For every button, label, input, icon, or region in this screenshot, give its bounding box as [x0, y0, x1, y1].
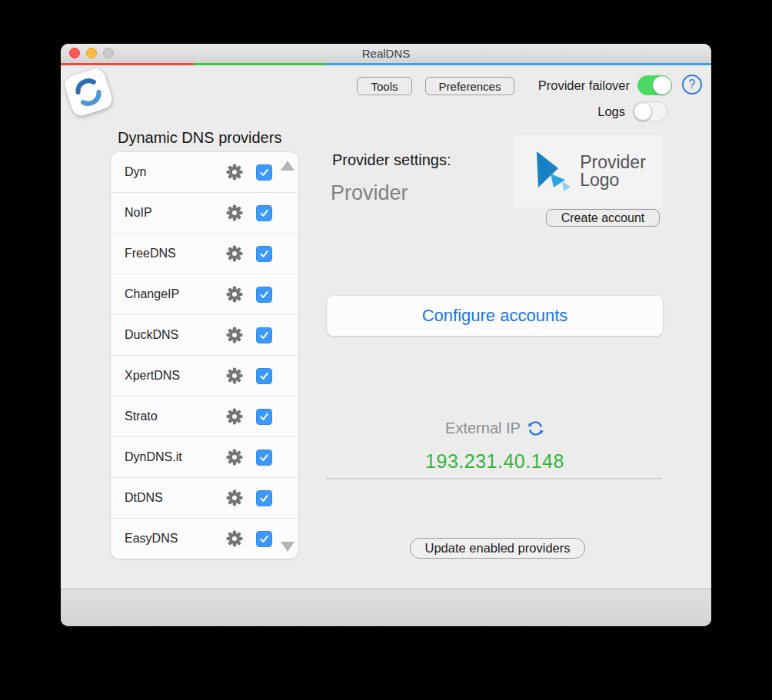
provider-row: DtDNS — [111, 477, 298, 518]
zoom-button[interactable] — [103, 48, 114, 58]
close-button[interactable] — [69, 48, 80, 58]
main-content: Tools Preferences Provider failover ? Lo… — [61, 65, 711, 589]
minimize-button[interactable] — [86, 48, 97, 58]
provider-logo-text-line1: Provider — [580, 154, 646, 171]
gear-icon[interactable] — [226, 449, 243, 466]
traffic-lights — [69, 48, 114, 58]
app-logo — [62, 66, 115, 118]
checkmark-icon — [258, 248, 270, 260]
gear-icon[interactable] — [226, 367, 243, 384]
scroll-up-icon[interactable] — [281, 161, 294, 171]
toggle-knob — [653, 76, 671, 95]
configure-accounts-button[interactable]: Configure accounts — [327, 296, 663, 336]
external-ip-label: External IP — [445, 420, 521, 437]
window-title: RealDNS — [61, 44, 711, 63]
gear-icon[interactable] — [226, 164, 243, 181]
refresh-ip-icon[interactable] — [527, 420, 544, 437]
scroll-down-icon[interactable] — [281, 542, 294, 552]
provider-row: NoIP — [111, 192, 298, 233]
provider-row: Strato — [111, 396, 298, 436]
provider-name: DtDNS — [125, 491, 226, 505]
toggle-knob — [634, 102, 652, 121]
gear-icon[interactable] — [226, 489, 243, 506]
provider-name: XpertDNS — [125, 369, 226, 383]
preferences-button[interactable]: Preferences — [425, 77, 514, 95]
app-window: RealDNS Tools Preferences Provider failo… — [61, 44, 711, 626]
provider-checkbox[interactable] — [256, 368, 272, 384]
checkmark-icon — [258, 330, 270, 341]
gear-icon[interactable] — [226, 204, 243, 221]
sync-swirl-icon — [70, 74, 107, 111]
provider-row: DynDNS.it — [111, 436, 298, 477]
provider-failover-toggle[interactable] — [637, 75, 672, 95]
checkmark-icon — [258, 452, 270, 463]
gear-icon[interactable] — [226, 327, 243, 343]
help-button[interactable]: ? — [682, 75, 702, 95]
provider-list: Dyn — [110, 151, 299, 559]
provider-name: NoIP — [125, 206, 226, 220]
provider-name: ChangeIP — [125, 287, 226, 301]
provider-name: FreeDNS — [125, 247, 226, 260]
provider-name: EasyDNS — [125, 532, 226, 546]
provider-logo-triangles-icon — [531, 151, 574, 192]
provider-settings-heading: Provider settings: — [332, 151, 451, 169]
logs-toggle[interactable] — [633, 101, 667, 121]
checkmark-icon — [258, 207, 270, 219]
title-bar: RealDNS — [61, 44, 711, 63]
provider-name: DuckDNS — [125, 328, 226, 342]
provider-name: Strato — [125, 410, 226, 423]
gear-icon[interactable] — [226, 245, 243, 262]
logs-row: Logs — [597, 101, 667, 121]
provider-checkbox[interactable] — [256, 327, 272, 343]
checkmark-icon — [258, 533, 270, 545]
provider-logo: Provider Logo — [514, 135, 663, 207]
provider-row: FreeDNS — [111, 233, 298, 274]
provider-row: XpertDNS — [111, 355, 298, 396]
provider-row: DuckDNS — [111, 314, 298, 355]
provider-row: Dyn — [111, 152, 298, 192]
gear-icon[interactable] — [226, 408, 243, 425]
logs-label: Logs — [597, 105, 625, 119]
selected-provider-name: Provider — [331, 181, 408, 205]
external-ip-address: 193.231.40.148 — [327, 450, 663, 473]
create-account-button[interactable]: Create account — [546, 209, 660, 227]
provider-checkbox[interactable] — [256, 205, 272, 221]
checkmark-icon — [258, 411, 270, 423]
checkmark-icon — [258, 493, 270, 504]
provider-checkbox[interactable] — [256, 450, 272, 466]
tools-button[interactable]: Tools — [357, 77, 412, 95]
provider-failover-label: Provider failover — [538, 78, 630, 93]
external-ip-row: External IP — [327, 420, 663, 437]
provider-checkbox[interactable] — [256, 531, 272, 547]
divider — [326, 478, 662, 479]
gear-icon[interactable] — [226, 286, 243, 303]
providers-heading: Dynamic DNS providers — [118, 129, 281, 147]
checkmark-icon — [258, 167, 270, 178]
provider-failover-row: Provider failover — [538, 75, 672, 95]
checkmark-icon — [258, 289, 270, 300]
provider-name: DynDNS.it — [125, 450, 226, 464]
provider-row: ChangeIP — [111, 274, 298, 314]
provider-checkbox[interactable] — [256, 287, 272, 303]
provider-checkbox[interactable] — [256, 246, 272, 262]
provider-checkbox[interactable] — [256, 164, 272, 181]
provider-checkbox[interactable] — [256, 409, 272, 425]
gear-icon[interactable] — [226, 530, 243, 547]
provider-row: EasyDNS — [111, 518, 298, 559]
checkmark-icon — [258, 370, 270, 382]
provider-logo-text-line2: Logo — [580, 171, 646, 189]
update-providers-button[interactable]: Update enabled providers — [410, 538, 585, 559]
provider-name: Dyn — [125, 165, 226, 179]
provider-checkbox[interactable] — [256, 490, 272, 506]
status-bar — [61, 589, 711, 626]
